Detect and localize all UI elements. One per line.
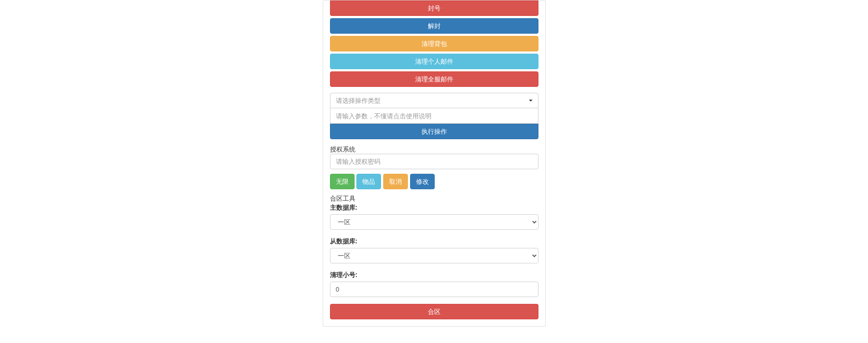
clear-alt-input[interactable]: [330, 282, 538, 297]
execute-operation-button[interactable]: 执行操作: [330, 124, 538, 139]
merge-button[interactable]: 合区: [330, 304, 538, 319]
item-button[interactable]: 物品: [356, 174, 381, 189]
unlimited-button[interactable]: 无限: [330, 174, 355, 189]
unban-button[interactable]: 解封: [330, 18, 538, 34]
operation-type-toggle[interactable]: 请选择操作类型: [330, 93, 538, 108]
clear-alt-label: 清理小号:: [330, 270, 538, 279]
clear-bag-button[interactable]: 清理背包: [330, 36, 538, 51]
operation-param-input[interactable]: [330, 108, 538, 124]
main-db-select[interactable]: 一区: [330, 214, 538, 230]
sub-db-select[interactable]: 一区: [330, 248, 538, 263]
auth-section-label: 授权系统: [330, 145, 538, 154]
operation-type-placeholder: 请选择操作类型: [336, 97, 381, 104]
admin-panel: 封号 解封 清理背包 清理个人邮件 清理全服邮件 请选择操作类型 执行操作 授权…: [323, 0, 546, 327]
merge-section-title: 合区工具: [330, 194, 538, 203]
clear-server-mail-button[interactable]: 清理全服邮件: [330, 71, 538, 87]
auth-password-input[interactable]: [330, 154, 538, 169]
main-db-label: 主数据库:: [330, 203, 538, 212]
clear-personal-mail-button[interactable]: 清理个人邮件: [330, 54, 538, 69]
cancel-button[interactable]: 取消: [383, 174, 408, 189]
auth-button-row: 无限 物品 取消 修改: [330, 174, 538, 189]
chevron-down-icon: [529, 100, 533, 101]
ban-button[interactable]: 封号: [330, 0, 538, 16]
modify-button[interactable]: 修改: [410, 174, 435, 189]
sub-db-label: 从数据库:: [330, 237, 538, 246]
operation-type-dropdown[interactable]: 请选择操作类型: [330, 93, 538, 108]
